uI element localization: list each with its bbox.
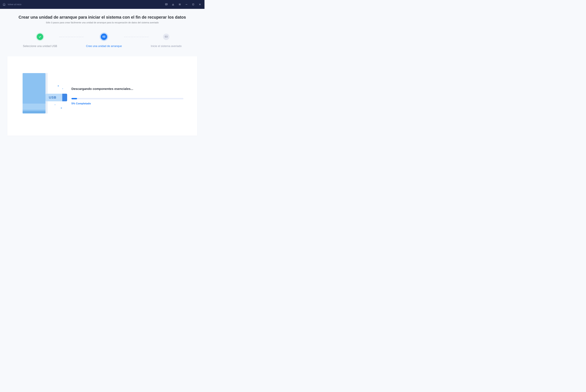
page-title: Crear una unidad de arranque para inicia…	[7, 15, 197, 20]
step-1-label: Seleccione una unidad USB	[23, 44, 57, 48]
titlebar-left: Volver al Inicio	[2, 3, 21, 6]
step-connector	[59, 37, 84, 37]
step-2-number: 02	[101, 34, 107, 40]
progress-panel: USB Descargando componentes esenciales..…	[7, 56, 197, 136]
titlebar-right	[163, 1, 203, 8]
svg-rect-4	[192, 4, 194, 5]
home-icon[interactable]	[2, 3, 6, 6]
maximize-icon[interactable]	[190, 1, 196, 8]
step-connector	[124, 37, 149, 37]
step-3-number: 03	[163, 34, 170, 40]
back-to-home-link[interactable]: Volver al Inicio	[8, 3, 21, 6]
minimize-icon[interactable]	[184, 1, 190, 8]
progress-bar	[72, 98, 184, 99]
step-2: 02 Cree una unidad de arranque	[86, 34, 122, 48]
progress-fill	[72, 98, 77, 99]
page-subtitle: Sólo 3 pasos para crear fácilmente una u…	[7, 21, 197, 24]
step-3-label: Inicie el sistema averiado	[151, 44, 182, 48]
svg-point-1	[166, 4, 166, 4]
content: Crear una unidad de arranque para inicia…	[0, 9, 204, 137]
titlebar: Volver al Inicio	[0, 0, 204, 9]
feedback-icon[interactable]	[163, 1, 170, 8]
stepper: Seleccione una unidad USB 02 Cree una un…	[23, 34, 182, 48]
step-1: Seleccione una unidad USB	[23, 34, 57, 48]
step-2-label: Cree una unidad de arranque	[86, 44, 122, 48]
progress-caption: 5% Completado	[72, 102, 184, 105]
check-icon	[37, 34, 43, 40]
step-3: 03 Inicie el sistema averiado	[151, 34, 182, 48]
close-icon[interactable]	[197, 1, 203, 8]
progress-title: Descargando componentes esenciales...	[72, 87, 184, 91]
download-icon[interactable]	[170, 1, 176, 8]
progress-area: Descargando componentes esenciales... 5%…	[72, 87, 197, 105]
menu-icon[interactable]	[177, 1, 183, 8]
usb-illustration: USB	[7, 56, 72, 136]
